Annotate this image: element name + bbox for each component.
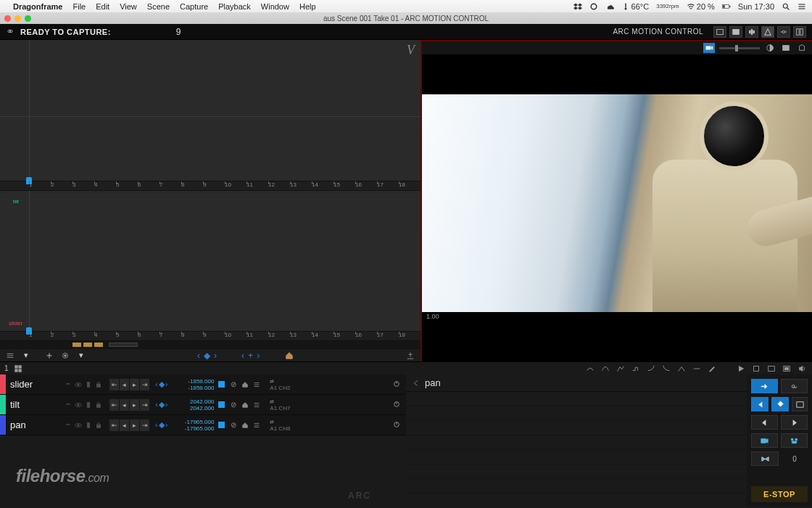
jog-fwd-button[interactable]: ▸ [130,399,139,411]
jog-fast-back-button[interactable]: ⇤ [109,419,119,431]
overview-ruler[interactable] [0,341,420,348]
viewport-image-area[interactable]: 1.00 [422,54,812,361]
edit-menu[interactable]: Edit [96,2,109,11]
graph-lower-area[interactable]: tilt slider [0,191,420,332]
capture-menu[interactable]: Capture [180,2,208,11]
playback-menu[interactable]: Playback [218,2,251,11]
ease-in-button[interactable] [645,364,657,374]
ease-out-button[interactable] [660,364,672,374]
safezone-button[interactable] [796,43,808,53]
view-b-button[interactable] [781,364,792,374]
home-button[interactable] [283,351,295,361]
opacity-slider[interactable] [719,47,760,49]
detail-row[interactable] [406,435,747,450]
axis-power-button[interactable] [393,380,400,389]
jog-fast-fwd-button[interactable]: ⇥ [140,419,149,431]
jog-fwd-button[interactable]: ▸ [130,419,139,431]
jog-back-button[interactable]: ◂ [120,399,129,411]
axis-key-indicator[interactable] [218,401,225,408]
mask-toggle-button[interactable] [764,43,776,53]
workspace-dmx-button[interactable] [777,26,790,38]
prev-key-button[interactable]: ‹ [197,351,200,361]
axis-row-tilt[interactable]: tilt⇤◂▸⇥‹◆›2042.0002042.000⊘⇄A1 CH7 [0,395,406,415]
jog-back-button[interactable]: ◂ [120,419,129,431]
axis-key-indicator[interactable] [218,381,225,388]
detail-row[interactable] [406,406,747,421]
timeline-ruler-2[interactable]: 123456789101112131415161718 [0,331,420,341]
target-button[interactable] [59,351,71,361]
curve-smooth-button[interactable] [584,364,596,374]
wifi-icon[interactable]: 20 % [687,2,715,11]
jog-fast-back-button[interactable]: ⇤ [109,399,119,411]
settings-icon[interactable]: ▾ [75,351,87,361]
axis-key-indicator[interactable] [218,422,225,428]
spotlight-icon[interactable] [782,2,790,11]
axis-prev-key-button[interactable]: ‹ [155,420,158,430]
axis-disable-icon[interactable]: ⊘ [229,421,238,430]
marker-button[interactable] [771,397,789,411]
view-menu[interactable]: View [120,2,137,11]
add-key-button[interactable]: + [248,351,253,361]
prev-frame-button[interactable]: ‹ [241,351,244,361]
list-button[interactable] [4,351,16,361]
link-icon[interactable] [64,401,72,409]
axis-key-icon[interactable]: ◆ [159,380,165,389]
jog-fwd-button[interactable]: ▸ [130,379,139,390]
axis-home-icon[interactable] [241,421,249,430]
detail-row[interactable] [406,421,747,435]
step-next-button[interactable] [781,415,808,430]
battery-icon[interactable] [722,2,731,11]
axis-row-pan[interactable]: pan⇤◂▸⇥‹◆›-17965.000-17965.000⊘⇄A1 CH8 [0,415,406,435]
axis-next-key-button[interactable]: › [165,400,168,409]
visibility-icon[interactable] [74,401,82,409]
step-fwd-marker-button[interactable] [792,397,808,411]
axis-prev-key-button[interactable]: ‹ [155,380,158,389]
detail-row[interactable] [406,464,747,479]
collapse-arrow-icon[interactable] [412,379,420,388]
link-icon[interactable] [64,421,72,429]
detail-row[interactable] [406,392,747,406]
dropbox-icon[interactable] [573,2,582,11]
scene-menu[interactable]: Scene [147,2,170,11]
lock-icon[interactable] [94,401,102,409]
zoom-window-button[interactable] [25,15,31,22]
circle-icon[interactable] [589,2,598,11]
workspace-xsheet-button[interactable] [793,26,806,38]
axis-key-icon[interactable]: ◆ [159,400,165,409]
curve-step-button[interactable] [630,364,642,374]
axis-menu-icon[interactable] [252,421,261,430]
loop-toggle-button[interactable] [781,379,808,393]
clock-status[interactable]: Sun 17:30 [738,2,774,11]
app-name[interactable]: Dragonframe [13,2,62,11]
axis-home-icon[interactable] [241,380,249,389]
step-back-marker-button[interactable] [751,397,768,411]
axis-power-button[interactable] [393,421,400,430]
view-a-button[interactable] [766,364,777,374]
jog-fast-fwd-button[interactable]: ⇥ [140,379,149,390]
dropdown-arrow-icon[interactable]: ▾ [20,351,32,361]
pencil-button[interactable] [706,364,718,374]
visibility-icon[interactable] [74,421,82,429]
axis-next-key-button[interactable]: › [165,380,168,389]
add-marker-button[interactable] [405,351,416,361]
next-frame-button[interactable]: › [257,351,260,361]
file-menu[interactable]: File [72,2,86,11]
workspace-animation-button[interactable] [713,26,726,38]
axis-menu-icon[interactable] [252,401,261,409]
grid-view-button[interactable] [12,364,24,374]
axis-prev-key-button[interactable]: ‹ [155,400,158,409]
bowtie-button[interactable] [751,451,779,466]
stop-button[interactable] [781,433,808,448]
key-diamond-icon[interactable]: ◆ [204,351,210,361]
help-menu[interactable]: Help [299,2,316,11]
jog-fast-fwd-button[interactable]: ⇥ [140,399,149,411]
workspace-arc-button[interactable] [761,26,774,38]
lock-icon[interactable] [94,380,102,388]
enable-icon[interactable] [84,421,92,429]
cloud-icon[interactable] [605,2,614,11]
lock-icon[interactable] [94,421,102,429]
menu-icon[interactable] [798,2,806,11]
axis-next-key-button[interactable]: › [165,420,168,430]
camera-button[interactable] [751,433,778,448]
axis-power-button[interactable] [393,401,400,409]
